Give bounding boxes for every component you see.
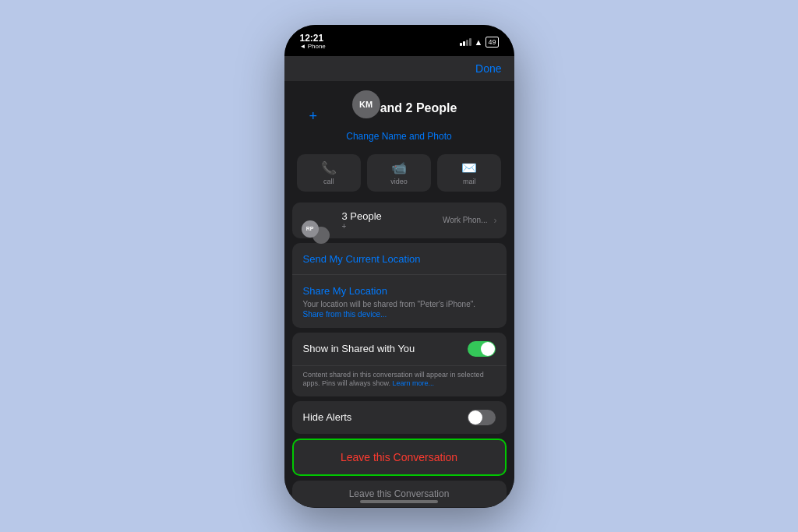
mail-button[interactable]: ✉️ mail [437, 154, 501, 192]
video-icon: 📹 [391, 160, 407, 175]
hide-alerts-toggle[interactable] [468, 410, 496, 425]
action-buttons: 📞 call 📹 video ✉️ mail [284, 148, 514, 198]
shared-with-you-toggle[interactable] [468, 341, 496, 357]
home-indicator [360, 500, 438, 503]
avatar-rp-initials: RP [306, 226, 314, 231]
hide-alerts-row: Hide Alerts [292, 401, 507, 434]
send-location-item[interactable]: Send My Current Location [292, 243, 507, 275]
bar3 [466, 40, 468, 46]
profile-section: + KM and 2 People Change Name and Photo [284, 81, 514, 148]
share-device-link[interactable]: Share from this device... [303, 310, 387, 319]
avatar-stack: KM [341, 90, 380, 122]
status-right: ▲ 49 [460, 37, 499, 48]
share-location-text: Share My Location [303, 285, 387, 297]
bar4 [469, 38, 471, 46]
top-nav: Done [284, 56, 514, 81]
learn-more-link[interactable]: Learn more... [393, 379, 435, 387]
video-button[interactable]: 📹 video [367, 154, 431, 192]
share-location-subtext: Your location will be shared from "Peter… [303, 299, 496, 319]
bar2 [463, 41, 465, 46]
people-sub: + [342, 222, 436, 231]
leave-conversation-section: Leave this Conversation [292, 439, 507, 476]
leave-conversation-button[interactable]: Leave this Conversation [294, 440, 505, 474]
status-bar: 12:21 ◄ Phone ▲ 49 [284, 25, 514, 56]
people-detail: Work Phon... [443, 216, 488, 224]
people-name: 3 People [342, 210, 436, 222]
group-name: and 2 People [380, 101, 457, 115]
shared-with-you-subtext: Content shared in this conversation will… [292, 366, 507, 396]
avatar: KM [352, 90, 380, 118]
send-location-text: Send My Current Location [303, 253, 421, 265]
content: Done + KM and 2 People Change Name and P… [284, 56, 514, 508]
share-location-item[interactable]: Share My Location Your location will be … [292, 275, 507, 328]
done-button[interactable]: Done [475, 62, 501, 75]
status-phone: ◄ Phone [300, 44, 326, 50]
call-icon: 📞 [321, 160, 337, 175]
wifi-icon: ▲ [475, 37, 483, 47]
status-time: 12:21 [300, 33, 324, 43]
shared-with-you-row: Show in Shared with You [292, 333, 507, 366]
share-location-desc: Your location will be shared from "Peter… [303, 300, 476, 308]
signal-bars [460, 38, 471, 46]
mail-icon: ✉️ [461, 160, 477, 175]
change-name-photo-link[interactable]: Change Name and Photo [346, 131, 451, 142]
people-row[interactable]: RP 3 People + Work Phon... › [292, 203, 507, 238]
video-label: video [390, 178, 408, 185]
bottom-leave-section: Leave this Conversation [292, 481, 507, 507]
profile-row: + KM and 2 People [297, 90, 502, 126]
call-label: call [323, 178, 334, 185]
location-section: Send My Current Location Share My Locati… [292, 243, 507, 328]
leave-conversation-label: Leave this Conversation [341, 451, 457, 463]
mail-label: mail [463, 178, 476, 185]
shared-with-you-section: Show in Shared with You Content shared i… [292, 333, 507, 396]
people-info: 3 People + [342, 210, 436, 231]
hide-alerts-toggle-thumb [468, 410, 482, 425]
chevron-right-icon: › [494, 215, 497, 226]
call-button[interactable]: 📞 call [297, 154, 361, 192]
bar1 [460, 43, 462, 46]
battery: 49 [486, 37, 498, 48]
bottom-leave-text: Leave this Conversation [292, 481, 507, 507]
status-left: 12:21 ◄ Phone [300, 33, 326, 50]
shared-with-you-label: Show in Shared with You [303, 343, 415, 354]
avatar-initials: KM [359, 100, 373, 109]
toggle-thumb [481, 342, 495, 356]
phone-frame: 12:21 ◄ Phone ▲ 49 Done + K [284, 25, 514, 508]
avatar-rp: RP [302, 220, 319, 238]
hide-alerts-label: Hide Alerts [303, 411, 352, 423]
hide-alerts-section: Hide Alerts [292, 401, 507, 434]
add-participant-button[interactable]: + [309, 108, 318, 125]
